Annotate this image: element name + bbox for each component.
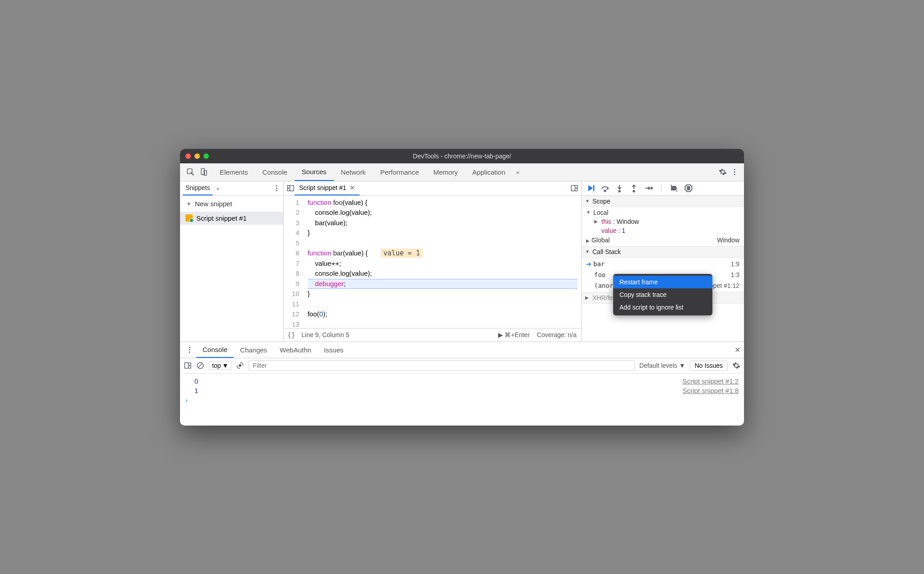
- tab-network[interactable]: Network: [334, 163, 373, 181]
- editor-tabs: Script snippet #1 ✕: [284, 181, 581, 196]
- navigator-pane: Snippets » ＋ New snippet Script snippet …: [180, 181, 284, 342]
- svg-point-20: [189, 347, 190, 348]
- svg-point-15: [651, 187, 652, 189]
- editor-tab-snippet[interactable]: Script snippet #1 ✕: [295, 181, 360, 195]
- console-log-row: 1 Script snippet #1:8: [180, 386, 744, 395]
- new-snippet-button[interactable]: ＋ New snippet: [180, 196, 283, 212]
- snippet-name: Script snippet #1: [196, 214, 247, 222]
- stack-frame[interactable]: ➔bar1:9: [582, 259, 744, 269]
- window-title: DevTools - chrome://new-tab-page/: [180, 153, 744, 160]
- svg-point-7: [276, 188, 277, 189]
- svg-point-22: [189, 352, 190, 353]
- settings-icon[interactable]: [719, 168, 727, 176]
- svg-rect-18: [688, 187, 688, 190]
- step-icon[interactable]: [644, 184, 653, 193]
- console-settings-icon[interactable]: [732, 361, 740, 370]
- console-body: 0 Script snippet #1:2 1 Script snippet #…: [180, 374, 744, 426]
- live-expression-icon[interactable]: [236, 361, 244, 370]
- cm-copy-stack[interactable]: Copy stack trace: [613, 288, 712, 301]
- svg-point-26: [239, 364, 241, 367]
- editor-pane: Script snippet #1 ✕ 12345678910111213 fu…: [284, 181, 582, 342]
- editor-tab-label: Script snippet #1: [299, 184, 346, 191]
- deactivate-breakpoints-icon[interactable]: [670, 184, 679, 193]
- clear-console-icon[interactable]: [196, 361, 204, 370]
- more-nav-tabs-icon[interactable]: »: [213, 185, 223, 192]
- resume-icon[interactable]: [586, 184, 595, 193]
- debugger-pane: ▼Scope ▼Local ▶this: Window value: 1 ▶ G…: [582, 181, 744, 342]
- tab-performance[interactable]: Performance: [373, 163, 426, 181]
- svg-point-13: [619, 190, 620, 192]
- close-drawer-icon[interactable]: ✕: [733, 346, 741, 354]
- step-out-icon[interactable]: [629, 184, 638, 193]
- toggle-sidebar-icon[interactable]: [286, 184, 295, 192]
- devtools-window: DevTools - chrome://new-tab-page/ Elemen…: [180, 149, 744, 426]
- cursor-position: Line 9, Column 5: [301, 331, 349, 338]
- drawer-tab-console[interactable]: Console: [196, 342, 234, 358]
- toggle-debugger-icon[interactable]: [570, 184, 578, 192]
- context-menu: Restart frame Copy stack trace Add scrip…: [613, 274, 712, 315]
- tab-elements[interactable]: Elements: [213, 163, 255, 181]
- maximize-window-button[interactable]: [203, 153, 209, 159]
- close-window-button[interactable]: [185, 153, 191, 159]
- snippet-file-icon: [185, 214, 193, 222]
- nav-kebab-icon[interactable]: [273, 184, 281, 192]
- pretty-print-icon[interactable]: { }: [288, 331, 294, 338]
- svg-point-3: [734, 169, 735, 170]
- scope-body: ▼Local ▶this: Window value: 1 ▶ GlobalWi…: [582, 207, 744, 246]
- tab-application[interactable]: Application: [465, 163, 513, 181]
- step-into-icon[interactable]: [615, 184, 624, 193]
- sources-content: Snippets » ＋ New snippet Script snippet …: [180, 181, 744, 342]
- console-toolbar: top ▼ Default levels ▼ No Issues: [180, 358, 744, 374]
- svg-rect-19: [689, 187, 690, 190]
- run-snippet-button[interactable]: ▶ ⌘+Enter: [498, 331, 530, 338]
- log-source-link[interactable]: Script snippet #1:8: [683, 387, 739, 394]
- inline-value-hint: value = 1: [381, 249, 423, 258]
- navigator-header: Snippets »: [180, 181, 283, 196]
- drawer-tab-issues[interactable]: Issues: [318, 342, 350, 358]
- scope-header[interactable]: ▼Scope: [582, 196, 744, 207]
- levels-selector[interactable]: Default levels ▼: [639, 362, 685, 369]
- svg-point-12: [604, 190, 605, 191]
- tab-console[interactable]: Console: [255, 163, 295, 181]
- select-element-icon[interactable]: [186, 168, 194, 176]
- context-selector[interactable]: top ▼: [209, 361, 231, 370]
- svg-point-8: [276, 190, 277, 191]
- step-over-icon[interactable]: [601, 184, 610, 193]
- traffic-lights: [185, 153, 209, 159]
- editor-statusbar: { } Line 9, Column 5 ▶ ⌘+Enter Coverage:…: [284, 328, 581, 342]
- console-log-row: 0 Script snippet #1:2: [180, 376, 744, 386]
- cm-restart-frame[interactable]: Restart frame: [613, 276, 712, 288]
- cm-ignore-list[interactable]: Add script to ignore list: [613, 301, 712, 314]
- inspect-icons: [182, 168, 213, 176]
- no-issues-button[interactable]: No Issues: [690, 361, 728, 370]
- svg-point-4: [734, 171, 735, 173]
- toggle-device-icon[interactable]: [200, 168, 208, 176]
- code-editor[interactable]: 12345678910111213 function foo(value) { …: [284, 196, 581, 328]
- main-tabs: Elements Console Sources Network Perform…: [180, 163, 744, 181]
- svg-point-5: [734, 174, 735, 175]
- log-source-link[interactable]: Script snippet #1:2: [683, 377, 739, 385]
- drawer-tab-webauthn[interactable]: WebAuthn: [273, 342, 318, 358]
- tab-sources[interactable]: Sources: [295, 163, 334, 181]
- minimize-window-button[interactable]: [194, 153, 200, 159]
- kebab-menu-icon[interactable]: [730, 168, 739, 176]
- callstack-header[interactable]: ▼Call Stack: [582, 246, 744, 258]
- snippets-tab[interactable]: Snippets: [183, 181, 213, 195]
- code: function foo(value) { console.log(value)…: [304, 196, 581, 328]
- snippet-item[interactable]: Script snippet #1: [180, 212, 283, 225]
- filter-input[interactable]: [249, 360, 635, 371]
- pause-exceptions-icon[interactable]: [684, 184, 693, 193]
- toggle-console-sidebar-icon[interactable]: [184, 361, 192, 370]
- new-snippet-label: New snippet: [195, 200, 232, 208]
- close-tab-icon[interactable]: ✕: [350, 184, 355, 191]
- drawer: Console Changes WebAuthn Issues ✕ top ▼ …: [180, 342, 744, 426]
- coverage-label: Coverage: n/a: [537, 331, 577, 338]
- svg-point-14: [633, 190, 634, 192]
- drawer-tab-changes[interactable]: Changes: [234, 342, 273, 358]
- drawer-kebab-icon[interactable]: [185, 346, 194, 354]
- tab-memory[interactable]: Memory: [426, 163, 465, 181]
- console-prompt[interactable]: ›: [180, 395, 744, 405]
- drawer-tabs: Console Changes WebAuthn Issues ✕: [180, 342, 744, 358]
- titlebar: DevTools - chrome://new-tab-page/: [180, 149, 744, 163]
- more-tabs-icon[interactable]: »: [513, 169, 523, 176]
